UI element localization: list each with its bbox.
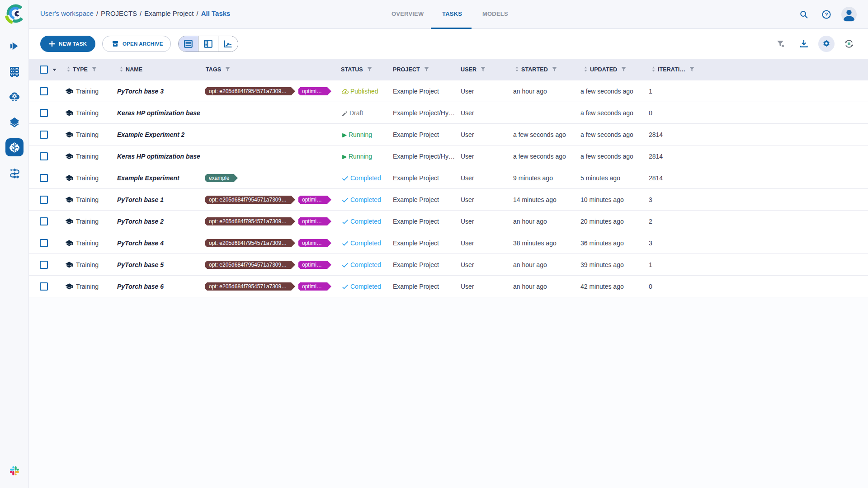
svg-text:?: ? [825,12,828,17]
